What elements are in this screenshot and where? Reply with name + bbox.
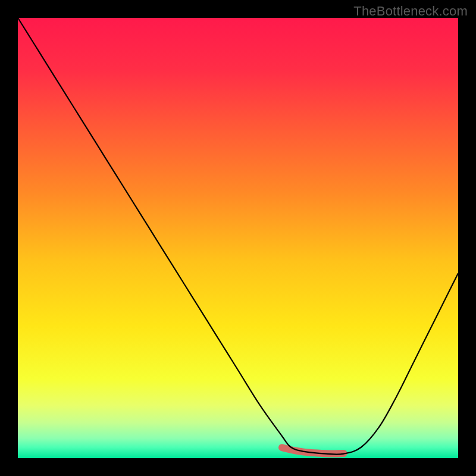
watermark-text: TheBottleneck.com [353,4,468,19]
plot-area [18,18,458,458]
chart-frame: TheBottleneck.com [0,0,476,476]
chart-svg [18,18,458,458]
bottleneck-curve [18,18,458,455]
